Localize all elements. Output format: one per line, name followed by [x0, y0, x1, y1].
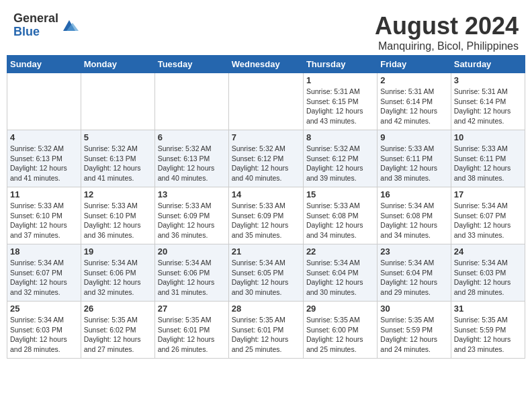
- day-info: Sunrise: 5:34 AMSunset: 6:05 PMDaylight:…: [232, 258, 300, 298]
- day-info: Sunrise: 5:33 AMSunset: 6:11 PMDaylight:…: [380, 144, 447, 183]
- day-number: 31: [454, 304, 522, 314]
- calendar-cell: 17Sunrise: 5:34 AMSunset: 6:07 PMDayligh…: [451, 187, 525, 244]
- calendar-cell: 20Sunrise: 5:34 AMSunset: 6:06 PMDayligh…: [154, 244, 228, 302]
- day-number: 11: [10, 189, 78, 199]
- calendar-cell: 25Sunrise: 5:34 AMSunset: 6:03 PMDayligh…: [7, 302, 81, 359]
- calendar-week-row: 11Sunrise: 5:33 AMSunset: 6:10 PMDayligh…: [7, 187, 525, 244]
- day-number: 16: [380, 189, 447, 199]
- day-number: 10: [454, 132, 522, 142]
- day-number: 26: [84, 304, 152, 314]
- day-info: Sunrise: 5:31 AMSunset: 6:14 PMDaylight:…: [380, 87, 447, 126]
- day-number: 5: [84, 132, 152, 142]
- calendar-cell: 4Sunrise: 5:32 AMSunset: 6:13 PMDaylight…: [7, 130, 81, 187]
- logo-blue: Blue: [13, 26, 58, 39]
- calendar-cell: 28Sunrise: 5:35 AMSunset: 6:01 PMDayligh…: [228, 302, 303, 359]
- logo: General Blue: [13, 12, 79, 39]
- calendar-week-row: 25Sunrise: 5:34 AMSunset: 6:03 PMDayligh…: [7, 302, 525, 359]
- calendar-cell: 13Sunrise: 5:33 AMSunset: 6:09 PMDayligh…: [154, 187, 228, 244]
- day-info: Sunrise: 5:33 AMSunset: 6:09 PMDaylight:…: [232, 201, 300, 240]
- calendar-cell: 21Sunrise: 5:34 AMSunset: 6:05 PMDayligh…: [228, 244, 303, 302]
- day-number: 28: [232, 304, 300, 314]
- day-info: Sunrise: 5:34 AMSunset: 6:03 PMDaylight:…: [454, 258, 522, 298]
- day-info: Sunrise: 5:34 AMSunset: 6:06 PMDaylight:…: [84, 258, 152, 298]
- calendar-cell: 12Sunrise: 5:33 AMSunset: 6:10 PMDayligh…: [81, 187, 154, 244]
- day-info: Sunrise: 5:33 AMSunset: 6:11 PMDaylight:…: [454, 144, 522, 183]
- day-info: Sunrise: 5:34 AMSunset: 6:07 PMDaylight:…: [10, 258, 78, 298]
- day-info: Sunrise: 5:35 AMSunset: 6:01 PMDaylight:…: [232, 315, 300, 355]
- day-number: 15: [306, 189, 374, 199]
- day-info: Sunrise: 5:34 AMSunset: 6:08 PMDaylight:…: [380, 201, 447, 240]
- calendar-cell: 7Sunrise: 5:32 AMSunset: 6:12 PMDaylight…: [228, 130, 303, 187]
- calendar-cell: 2Sunrise: 5:31 AMSunset: 6:14 PMDaylight…: [378, 73, 451, 130]
- calendar-cell: [7, 73, 81, 130]
- calendar-cell: 11Sunrise: 5:33 AMSunset: 6:10 PMDayligh…: [7, 187, 81, 244]
- day-number: 7: [232, 132, 300, 142]
- logo-icon: [60, 16, 79, 35]
- day-info: Sunrise: 5:33 AMSunset: 6:09 PMDaylight:…: [158, 201, 226, 240]
- day-number: 29: [306, 304, 374, 314]
- day-number: 19: [84, 246, 152, 257]
- calendar-cell: 23Sunrise: 5:34 AMSunset: 6:04 PMDayligh…: [378, 244, 451, 302]
- calendar-cell: [81, 73, 154, 130]
- day-info: Sunrise: 5:35 AMSunset: 6:00 PMDaylight:…: [306, 315, 374, 355]
- calendar-header-row: SundayMondayTuesdayWednesdayThursdayFrid…: [7, 56, 525, 73]
- day-number: 17: [454, 189, 522, 199]
- calendar-cell: 14Sunrise: 5:33 AMSunset: 6:09 PMDayligh…: [228, 187, 303, 244]
- day-info: Sunrise: 5:31 AMSunset: 6:14 PMDaylight:…: [454, 87, 522, 126]
- day-info: Sunrise: 5:34 AMSunset: 6:04 PMDaylight:…: [380, 258, 447, 298]
- calendar-cell: 9Sunrise: 5:33 AMSunset: 6:11 PMDaylight…: [378, 130, 451, 187]
- day-info: Sunrise: 5:35 AMSunset: 5:59 PMDaylight:…: [380, 315, 447, 355]
- day-info: Sunrise: 5:33 AMSunset: 6:08 PMDaylight:…: [306, 201, 374, 240]
- header-wednesday: Wednesday: [228, 56, 303, 73]
- day-number: 27: [158, 304, 226, 314]
- calendar-cell: 3Sunrise: 5:31 AMSunset: 6:14 PMDaylight…: [451, 73, 525, 130]
- calendar-cell: 8Sunrise: 5:32 AMSunset: 6:12 PMDaylight…: [303, 130, 377, 187]
- calendar-cell: 30Sunrise: 5:35 AMSunset: 5:59 PMDayligh…: [378, 302, 451, 359]
- calendar-cell: [228, 73, 303, 130]
- calendar-week-row: 18Sunrise: 5:34 AMSunset: 6:07 PMDayligh…: [7, 244, 525, 302]
- day-number: 3: [454, 75, 522, 85]
- day-number: 9: [380, 132, 447, 142]
- day-number: 21: [232, 246, 300, 257]
- calendar-cell: 1Sunrise: 5:31 AMSunset: 6:15 PMDaylight…: [303, 73, 377, 130]
- day-info: Sunrise: 5:34 AMSunset: 6:07 PMDaylight:…: [454, 201, 522, 240]
- day-number: 2: [380, 75, 447, 85]
- calendar-cell: [154, 73, 228, 130]
- header-sunday: Sunday: [7, 56, 81, 73]
- day-info: Sunrise: 5:35 AMSunset: 5:59 PMDaylight:…: [454, 315, 522, 355]
- day-number: 30: [380, 304, 447, 314]
- header-thursday: Thursday: [303, 56, 377, 73]
- day-number: 6: [158, 132, 226, 142]
- day-info: Sunrise: 5:35 AMSunset: 6:01 PMDaylight:…: [158, 315, 226, 355]
- calendar-table: SundayMondayTuesdayWednesdayThursdayFrid…: [7, 55, 525, 359]
- day-number: 22: [306, 246, 374, 257]
- calendar-cell: 27Sunrise: 5:35 AMSunset: 6:01 PMDayligh…: [154, 302, 228, 359]
- day-number: 23: [380, 246, 447, 257]
- day-info: Sunrise: 5:31 AMSunset: 6:15 PMDaylight:…: [306, 87, 374, 126]
- calendar-cell: 16Sunrise: 5:34 AMSunset: 6:08 PMDayligh…: [378, 187, 451, 244]
- day-info: Sunrise: 5:32 AMSunset: 6:13 PMDaylight:…: [84, 144, 152, 183]
- calendar-cell: 19Sunrise: 5:34 AMSunset: 6:06 PMDayligh…: [81, 244, 154, 302]
- day-info: Sunrise: 5:34 AMSunset: 6:03 PMDaylight:…: [10, 315, 78, 355]
- day-number: 24: [454, 246, 522, 257]
- calendar-cell: 6Sunrise: 5:32 AMSunset: 6:13 PMDaylight…: [154, 130, 228, 187]
- calendar-cell: 15Sunrise: 5:33 AMSunset: 6:08 PMDayligh…: [303, 187, 377, 244]
- day-number: 8: [306, 132, 374, 142]
- calendar-cell: 5Sunrise: 5:32 AMSunset: 6:13 PMDaylight…: [81, 130, 154, 187]
- calendar-week-row: 1Sunrise: 5:31 AMSunset: 6:15 PMDaylight…: [7, 73, 525, 130]
- logo-general: General: [13, 12, 58, 26]
- calendar-week-row: 4Sunrise: 5:32 AMSunset: 6:13 PMDaylight…: [7, 130, 525, 187]
- day-info: Sunrise: 5:34 AMSunset: 6:06 PMDaylight:…: [158, 258, 226, 298]
- day-number: 4: [10, 132, 78, 142]
- location-title: Manquiring, Bicol, Philippines: [375, 40, 519, 52]
- day-info: Sunrise: 5:35 AMSunset: 6:02 PMDaylight:…: [84, 315, 152, 355]
- day-number: 1: [306, 75, 374, 85]
- day-info: Sunrise: 5:34 AMSunset: 6:04 PMDaylight:…: [306, 258, 374, 298]
- day-number: 25: [10, 304, 78, 314]
- calendar-cell: 18Sunrise: 5:34 AMSunset: 6:07 PMDayligh…: [7, 244, 81, 302]
- day-info: Sunrise: 5:32 AMSunset: 6:13 PMDaylight:…: [158, 144, 226, 183]
- logo-text: General Blue: [13, 12, 58, 39]
- day-number: 18: [10, 246, 78, 257]
- header-tuesday: Tuesday: [154, 56, 228, 73]
- day-number: 12: [84, 189, 152, 199]
